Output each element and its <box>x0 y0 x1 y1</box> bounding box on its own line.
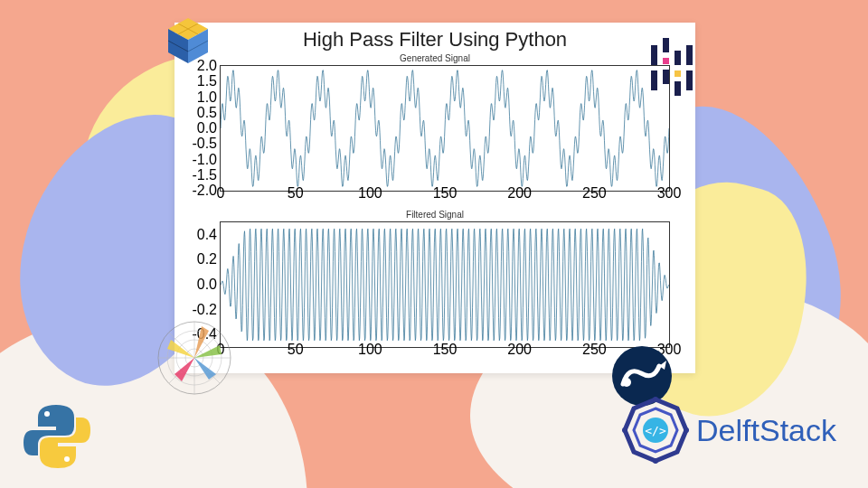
svg-rect-9 <box>663 38 669 52</box>
svg-rect-13 <box>675 70 681 77</box>
chart1-title: Generated Signal <box>184 53 686 63</box>
brand-text: DelftStack <box>696 413 836 448</box>
svg-rect-16 <box>686 70 693 90</box>
svg-rect-10 <box>663 58 669 64</box>
svg-point-34 <box>684 427 689 433</box>
svg-rect-8 <box>651 70 657 90</box>
svg-point-28 <box>64 456 70 462</box>
svg-point-36 <box>622 427 627 433</box>
page-title: High Pass Filter Using Python <box>184 28 686 52</box>
svg-rect-11 <box>663 70 669 84</box>
svg-rect-15 <box>686 45 693 65</box>
filtered-signal-chart: -0.4-0.20.00.20.4 050100150200250300 <box>220 221 670 348</box>
catalyst-cube-icon <box>158 9 218 72</box>
pandas-icon <box>647 38 696 103</box>
delftstack-logo: </> DelftStack <box>620 395 836 465</box>
svg-point-27 <box>44 411 50 417</box>
chart-panel: High Pass Filter Using Python Generated … <box>175 23 695 373</box>
delftstack-badge-icon: </> <box>620 395 691 465</box>
svg-rect-14 <box>675 81 681 96</box>
svg-point-35 <box>653 458 658 464</box>
generated-signal-chart: -2.0-1.5-1.0-0.50.00.51.01.52.0 05010015… <box>220 65 670 192</box>
svg-text:</>: </> <box>645 424 666 437</box>
chart1-y-axis: -2.0-1.5-1.0-0.50.00.51.01.52.0 <box>193 66 219 191</box>
svg-point-26 <box>622 378 631 387</box>
python-icon <box>20 399 94 477</box>
svg-rect-12 <box>675 51 681 65</box>
polar-rose-icon <box>154 317 235 402</box>
svg-point-33 <box>653 397 658 402</box>
svg-rect-7 <box>651 45 657 65</box>
chart2-title: Filtered Signal <box>184 210 686 220</box>
